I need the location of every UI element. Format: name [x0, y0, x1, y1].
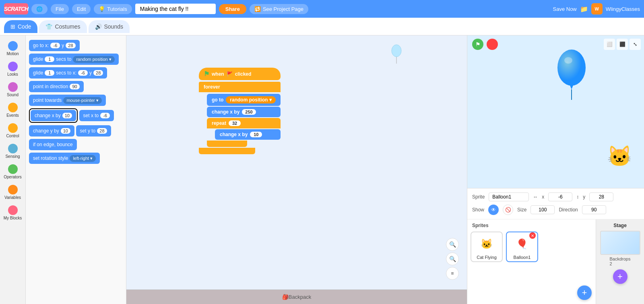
script-canvas: ⚑ when 🚩 clicked forever go to random po… — [199, 68, 281, 154]
file-menu[interactable]: File — [51, 4, 69, 14]
green-flag-icon: ⚑ — [204, 70, 209, 78]
sprite-balloon-label: Balloon1 — [514, 255, 531, 260]
block-glide-random[interactable]: glide 1 secs to random position ▾ — [29, 54, 119, 65]
block-rotation-style[interactable]: set rotation style left-right ▾ — [29, 153, 100, 164]
script-repeat-inner: change x by 10 — [215, 129, 281, 140]
sidebar-item-sensing[interactable]: Sensing — [0, 141, 25, 161]
zoom-in-button[interactable]: 🔍 — [446, 238, 459, 251]
zoom-in-icon: 🔍 — [449, 241, 456, 248]
backpack-icon: 🎒 — [282, 294, 289, 300]
zoom-out-button[interactable]: 🔍 — [446, 252, 459, 265]
see-project-button[interactable]: 🔁 See Project Page — [250, 4, 308, 14]
main-area: Motion Looks Sound Events Control Sensin… — [0, 35, 644, 304]
expand-buttons: ⬜ ⬛ ⤡ — [604, 39, 641, 50]
block-change-y[interactable]: change y by 10 — [29, 125, 74, 136]
zoom-reset-icon: = — [451, 271, 454, 276]
sprite-card-cat[interactable]: 🐱 Cat Flying — [471, 232, 503, 262]
project-title-input[interactable] — [135, 4, 216, 14]
zoom-out-icon: 🔍 — [449, 256, 456, 262]
stage-thumbnail[interactable] — [600, 231, 640, 255]
stop-button[interactable] — [487, 39, 498, 50]
sidebar-item-motion[interactable]: Motion — [0, 39, 25, 58]
size-input[interactable] — [530, 205, 555, 214]
remix-icon: 🔁 — [254, 6, 261, 12]
hide-button[interactable]: 🚫 — [503, 205, 513, 215]
sidebar-item-control[interactable]: Control — [0, 121, 25, 141]
tab-costumes[interactable]: 👕 Costumes — [39, 20, 87, 33]
add-backdrop-button[interactable]: + — [613, 269, 627, 284]
username-button[interactable]: WlingyClasses — [606, 6, 640, 12]
goto-dropdown[interactable]: random position ▾ — [226, 96, 275, 103]
block-set-x[interactable]: set x to -6 — [79, 110, 114, 121]
preview-balloon-svg — [555, 48, 588, 100]
navbar: SCRATCH 🌐 File Edit 💡 Tutorials Share 🔁 … — [0, 0, 644, 18]
script-goto-block[interactable]: go to random position ▾ — [207, 94, 281, 106]
script-forever-block[interactable]: forever — [199, 82, 281, 92]
add-sprite-button[interactable]: + — [577, 285, 592, 300]
sprite-info-row2: Show 👁 🚫 Size Direction — [472, 205, 639, 215]
backpack-bar[interactable]: 🎒 Backpack — [126, 290, 467, 304]
preview-stage: ⚑ ⬜ ⬛ ⤡ — [467, 35, 644, 188]
block-goto-xy[interactable]: go to x: -6 y 28 — [29, 40, 80, 51]
direction-input[interactable] — [582, 205, 606, 214]
sprite-name-input[interactable] — [489, 192, 529, 201]
fullscreen-button[interactable]: ⤡ — [630, 39, 641, 50]
show-button[interactable]: 👁 — [488, 205, 499, 215]
tutorials-button[interactable]: 💡 Tutorials — [94, 4, 132, 14]
svg-point-0 — [392, 45, 401, 57]
script-changex2-block[interactable]: change x by 10 — [215, 129, 281, 140]
x-value-input[interactable] — [548, 192, 572, 201]
user-avatar[interactable]: W — [591, 3, 603, 14]
block-point-direction[interactable]: point in direction 90 — [29, 81, 84, 92]
script-changex-block[interactable]: change x by 250 — [207, 107, 281, 117]
edit-menu[interactable]: Edit — [72, 4, 91, 14]
zoom-reset-button[interactable]: = — [446, 267, 459, 280]
preview-cat: 🐱 — [607, 145, 632, 168]
sprites-grid: 🐱 Cat Flying 🎈 ✕ Balloon1 — [471, 232, 592, 262]
sprites-section: Sprites 🐱 Cat Flying 🎈 ✕ Balloon1 — [467, 219, 644, 304]
svg-point-2 — [557, 50, 586, 86]
block-if-on-edge[interactable]: if on edge, bounce — [29, 139, 77, 150]
balloon-thumb-wrapper: 🎈 ✕ — [510, 234, 534, 254]
sidebar-item-sound[interactable]: Sound — [0, 80, 25, 99]
sidebar-item-variables[interactable]: Variables — [0, 182, 25, 202]
large-stage-button[interactable]: ⬛ — [617, 39, 628, 50]
backdrops-label: Backdrops 2 — [610, 256, 631, 266]
costume-icon: 👕 — [45, 23, 52, 30]
balloon-light-svg — [390, 43, 402, 64]
block-glide-xy[interactable]: glide 1 secs to x: -6 y 28 — [29, 67, 107, 79]
sprites-header: Sprites — [471, 223, 592, 228]
share-button[interactable]: Share — [219, 4, 246, 14]
sidebar-item-myblocks[interactable]: My Blocks — [0, 203, 25, 223]
sprite-info-panel: Sprite ↔ x ↕ y Show 👁 🚫 Size Direction — [467, 188, 644, 219]
save-now-button[interactable]: Save Now — [553, 6, 577, 12]
size-label: Size — [517, 207, 526, 213]
script-inner: go to random position ▾ change x by 250 … — [207, 94, 281, 147]
stage-balloon-light — [390, 43, 402, 65]
sprite-cat-thumb: 🐱 — [475, 234, 499, 254]
sidebar-item-looks[interactable]: Looks — [0, 59, 25, 79]
delete-sprite-button[interactable]: ✕ — [529, 232, 536, 239]
svg-marker-4 — [570, 85, 573, 89]
script-repeat-block[interactable]: repeat 32 — [207, 118, 281, 128]
sidebar-item-events[interactable]: Events — [0, 100, 25, 120]
sprite-card-balloon[interactable]: 🎈 ✕ Balloon1 — [506, 232, 538, 262]
stage-panel: Stage Backdrops 2 + — [596, 219, 644, 304]
tab-code[interactable]: ⊞ Code — [4, 20, 37, 33]
right-panel: ⚑ ⬜ ⬛ ⤡ — [467, 35, 644, 304]
block-set-y[interactable]: set y to 28 — [76, 125, 111, 136]
block-point-towards[interactable]: point towards mouse-pointer ▾ — [29, 95, 106, 106]
green-flag-button[interactable]: ⚑ — [472, 39, 483, 50]
sidebar-item-operators[interactable]: Operators — [0, 162, 25, 182]
block-change-x[interactable]: change x by 10 — [31, 110, 76, 121]
globe-button[interactable]: 🌐 — [31, 4, 47, 14]
tabs-bar: ⊞ Code 👕 Costumes 🔊 Sounds — [0, 18, 644, 35]
folder-icon[interactable]: 📁 — [580, 5, 588, 13]
lightbulb-icon: 💡 — [99, 6, 105, 12]
y-value-input[interactable] — [589, 192, 613, 201]
tab-sounds[interactable]: 🔊 Sounds — [89, 20, 130, 33]
scratch-logo[interactable]: SCRATCH — [4, 3, 28, 14]
zoom-controls: 🔍 🔍 = — [446, 238, 459, 280]
small-stage-button[interactable]: ⬜ — [604, 39, 615, 50]
script-hat-block[interactable]: ⚑ when 🚩 clicked — [199, 68, 281, 80]
